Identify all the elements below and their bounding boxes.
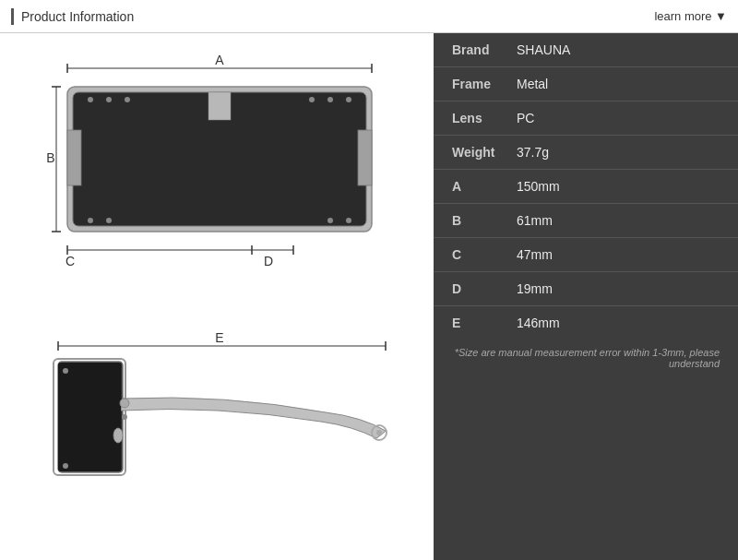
spec-value: Metal (517, 77, 548, 91)
page-header: Product Information learn more ▼ (0, 0, 738, 33)
svg-rect-36 (58, 363, 121, 471)
spec-row: A150mm (434, 170, 738, 204)
svg-text:E: E (215, 330, 223, 345)
svg-text:C: C (65, 254, 75, 268)
spec-label: Lens (452, 111, 517, 125)
svg-rect-22 (358, 130, 372, 185)
svg-text:D: D (263, 254, 272, 268)
spec-row: E146mm (434, 306, 738, 340)
side-view-diagram: E (14, 302, 424, 552)
svg-point-37 (120, 399, 129, 408)
spec-value: 37.7g (517, 145, 549, 160)
svg-point-43 (113, 428, 123, 443)
svg-point-40 (376, 430, 382, 435)
side-view-svg: E (40, 329, 399, 523)
front-view-svg: A B (40, 52, 399, 282)
svg-point-42 (63, 463, 68, 469)
svg-point-11 (88, 97, 93, 102)
page-title: Product Information (11, 8, 134, 25)
spec-row: LensPC (434, 101, 738, 136)
spec-value: 61mm (517, 213, 553, 228)
svg-point-41 (63, 368, 68, 374)
spec-label: Frame (452, 77, 517, 91)
svg-point-18 (106, 218, 112, 223)
specs-panel: BrandSHAUNAFrameMetalLensPCWeight37.7gA1… (434, 33, 738, 560)
spec-row: Weight37.7g (434, 136, 738, 170)
measurement-note: *Size are manual measurement error withi… (434, 340, 738, 376)
svg-point-12 (106, 97, 112, 102)
spec-row: FrameMetal (434, 67, 738, 101)
diagram-panel: A B (0, 33, 434, 560)
spec-label: Weight (452, 145, 517, 160)
spec-label: B (452, 213, 517, 228)
svg-point-19 (327, 218, 333, 223)
svg-rect-10 (208, 92, 231, 120)
spec-value: 47mm (517, 247, 553, 262)
spec-value: 146mm (517, 316, 560, 330)
learn-more-link[interactable]: learn more ▼ (654, 9, 727, 23)
svg-point-14 (309, 97, 315, 102)
svg-point-38 (122, 414, 127, 420)
spec-value: PC (517, 111, 534, 125)
spec-label: A (452, 179, 517, 194)
specs-table: BrandSHAUNAFrameMetalLensPCWeight37.7gA1… (434, 33, 738, 340)
svg-point-16 (346, 97, 351, 102)
svg-text:A: A (215, 53, 224, 67)
svg-point-13 (125, 97, 130, 102)
spec-row: C47mm (434, 238, 738, 272)
spec-value: 19mm (517, 281, 553, 296)
svg-point-15 (327, 97, 333, 102)
svg-text:B: B (46, 150, 54, 165)
spec-label: E (452, 316, 517, 330)
spec-row: B61mm (434, 204, 738, 238)
spec-value: 150mm (517, 179, 560, 194)
svg-point-17 (88, 218, 93, 223)
front-view-diagram: A B (14, 42, 424, 292)
spec-row: D19mm (434, 272, 738, 306)
main-content: A B (0, 33, 738, 560)
spec-value: SHAUNA (517, 42, 570, 57)
spec-label: C (452, 247, 517, 262)
spec-label: Brand (452, 42, 517, 57)
spec-label: D (452, 281, 517, 296)
spec-row: BrandSHAUNA (434, 33, 738, 67)
svg-point-20 (346, 218, 351, 223)
svg-rect-21 (67, 130, 81, 185)
